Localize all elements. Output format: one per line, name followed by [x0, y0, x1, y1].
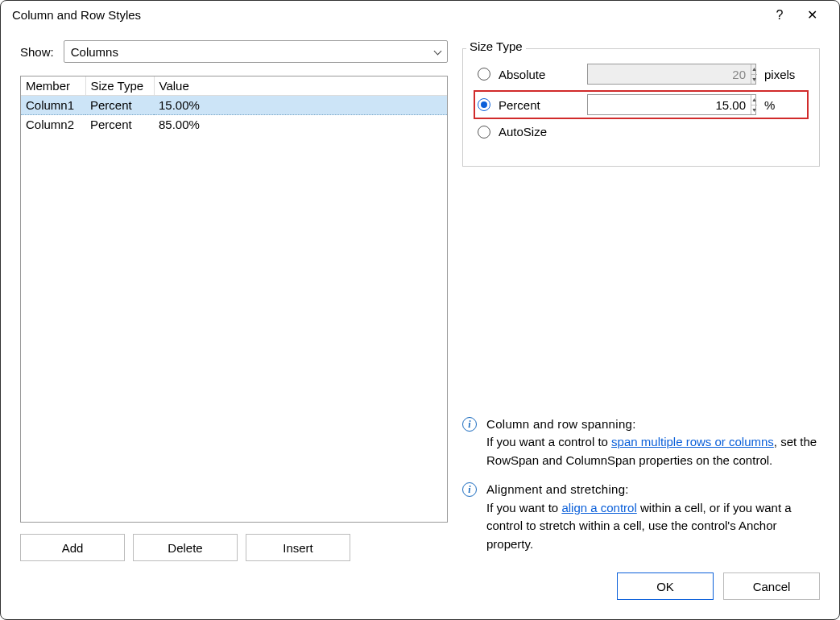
size-type-group: Size Type Absolute ▲▼ pixels Percent — [462, 48, 820, 167]
absolute-value-field[interactable] — [588, 64, 751, 84]
radio-autosize-label[interactable]: AutoSize — [499, 125, 579, 138]
cell-sizetype: Percent — [85, 115, 154, 134]
table-row[interactable]: Column2 Percent 85.00% — [21, 115, 447, 134]
members-table[interactable]: Member Size Type Value Column1 Percent 1… — [20, 76, 448, 523]
info-align: i Alignment and stretching: If you want … — [462, 481, 820, 553]
dialog-footer: OK Cancel — [1, 561, 839, 619]
titlebar: Column and Row Styles ? ✕ — [1, 1, 839, 26]
size-row-percent: Percent ▲▼ % — [476, 93, 806, 117]
cell-value: 85.00% — [154, 115, 447, 134]
percent-input[interactable]: ▲▼ — [587, 94, 756, 115]
table-row[interactable]: Column1 Percent 15.00% — [21, 96, 447, 115]
cell-member: Column1 — [21, 96, 85, 115]
col-sizetype[interactable]: Size Type — [85, 76, 154, 96]
show-value: Columns — [71, 45, 118, 59]
percent-unit: % — [764, 98, 805, 112]
dialog-content: Show: Columns Member Size Type Value — [1, 26, 839, 561]
col-value[interactable]: Value — [154, 76, 447, 96]
delete-button[interactable]: Delete — [133, 534, 238, 561]
radio-absolute[interactable] — [478, 68, 490, 81]
info-icon: i — [462, 417, 477, 432]
info-spanning-title: Column and row spanning: — [486, 417, 636, 431]
dialog: Column and Row Styles ? ✕ Show: Columns … — [0, 0, 840, 620]
chevron-down-icon — [434, 47, 442, 55]
info-spanning: i Column and row spanning: If you want a… — [462, 415, 820, 470]
add-button[interactable]: Add — [20, 534, 125, 561]
size-type-title: Size Type — [466, 39, 526, 53]
info-spanning-pre: If you want a control to — [486, 435, 611, 448]
radio-percent[interactable] — [478, 98, 490, 111]
size-row-absolute: Absolute ▲▼ pixels — [478, 64, 805, 85]
help-button[interactable]: ? — [763, 8, 796, 23]
right-pane: Size Type Absolute ▲▼ pixels Percent — [462, 40, 820, 561]
ok-button[interactable]: OK — [617, 572, 714, 600]
percent-value-field[interactable] — [588, 95, 751, 114]
close-button[interactable]: ✕ — [796, 7, 828, 23]
info-section: i Column and row spanning: If you want a… — [462, 404, 820, 562]
info-icon: i — [462, 482, 477, 497]
info-align-pre: If you want to — [486, 501, 561, 515]
cell-member: Column2 — [21, 115, 85, 134]
size-row-autosize: AutoSize — [478, 125, 805, 138]
span-link[interactable]: span multiple rows or columns — [611, 435, 774, 448]
cancel-button[interactable]: Cancel — [723, 572, 820, 600]
percent-spinner[interactable]: ▲▼ — [751, 95, 757, 114]
cell-sizetype: Percent — [85, 96, 154, 115]
col-member[interactable]: Member — [21, 76, 85, 96]
insert-button[interactable]: Insert — [246, 534, 350, 561]
cell-value: 15.00% — [154, 96, 447, 115]
table-header-row: Member Size Type Value — [21, 76, 447, 96]
radio-percent-label[interactable]: Percent — [499, 98, 579, 112]
show-dropdown[interactable]: Columns — [64, 40, 448, 63]
dialog-title: Column and Row Styles — [12, 8, 763, 22]
align-link[interactable]: align a control — [561, 501, 636, 515]
show-row: Show: Columns — [20, 40, 448, 63]
radio-autosize[interactable] — [478, 126, 490, 138]
absolute-input[interactable]: ▲▼ — [587, 64, 756, 85]
radio-absolute-label[interactable]: Absolute — [499, 68, 579, 81]
show-label: Show: — [20, 45, 54, 59]
grid-buttons: Add Delete Insert — [20, 534, 448, 561]
absolute-unit: pixels — [764, 68, 805, 81]
absolute-spinner[interactable]: ▲▼ — [751, 64, 757, 84]
left-pane: Show: Columns Member Size Type Value — [20, 40, 448, 561]
info-align-title: Alignment and stretching: — [486, 482, 629, 496]
